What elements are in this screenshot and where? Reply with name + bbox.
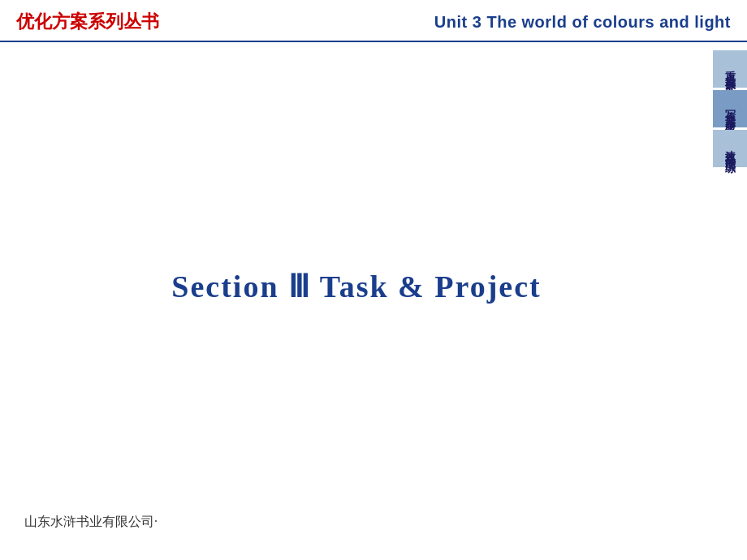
- content-body: Section Ⅲ Task & Project 山东水浒书业有限公司·: [0, 42, 713, 555]
- main-content: Section Ⅲ Task & Project 山东水浒书业有限公司· 重点难…: [0, 42, 747, 555]
- section-title: Section Ⅲ Task & Project: [171, 269, 541, 304]
- page-container: 优化方案系列丛书 Unit 3 The world of colours and…: [0, 0, 747, 560]
- series-title: 优化方案系列丛书: [16, 10, 159, 34]
- sidebar-tab-writing[interactable]: 写作专题突破: [713, 90, 747, 130]
- sidebar-tab-key-points[interactable]: 重点难点探究: [713, 50, 747, 90]
- right-sidebar: 重点难点探究 写作专题突破 速效提能演练: [713, 42, 747, 555]
- publisher-text: 山东水浒书业有限公司·: [16, 514, 697, 539]
- section-title-area: Section Ⅲ Task & Project: [16, 58, 697, 514]
- header: 优化方案系列丛书 Unit 3 The world of colours and…: [0, 0, 747, 42]
- sidebar-tab-practice[interactable]: 速效提能演练: [713, 130, 747, 167]
- unit-title: Unit 3 The world of colours and light: [434, 13, 731, 32]
